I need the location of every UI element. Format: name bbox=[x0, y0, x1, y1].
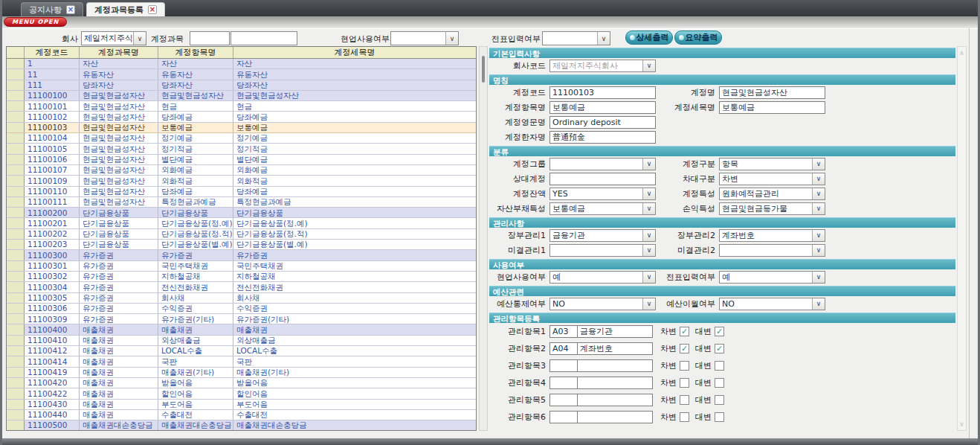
credit-checkbox[interactable] bbox=[715, 378, 724, 388]
table-row[interactable]: 11100420매출채권받을어음받을어음 bbox=[7, 378, 476, 388]
panel-scrollbar[interactable]: ∧ ∨ bbox=[957, 46, 967, 431]
table-row[interactable]: 11100102현금및현금성자산당좌예금당좌예금 bbox=[7, 112, 476, 122]
table-row[interactable]: 11100412매출채권LOCAL수출LOCAL수출 bbox=[7, 346, 476, 356]
summary-print-button[interactable]: 요약출력 bbox=[674, 31, 722, 45]
chevron-down-icon[interactable]: ∨ bbox=[642, 245, 655, 256]
chevron-down-icon[interactable]: ∨ bbox=[133, 32, 146, 45]
budget-control-yn-select[interactable]: NO∨ bbox=[549, 298, 656, 310]
management-item-1-name-field[interactable] bbox=[578, 325, 653, 338]
table-row[interactable]: 11100304유가증권전신전화채권전신전화채권 bbox=[7, 282, 476, 292]
table-row[interactable]: 11100419매출채권매출채권(기타)매출채권(기타) bbox=[7, 368, 476, 378]
management-item-5-code-field[interactable] bbox=[549, 394, 578, 406]
account-name-field[interactable] bbox=[719, 86, 825, 99]
account-item-name-field[interactable] bbox=[549, 101, 656, 114]
table-row[interactable]: 11100301유가증권국민주택채권국민주택채권 bbox=[7, 261, 476, 272]
chevron-down-icon[interactable]: ∨ bbox=[597, 32, 610, 45]
debit-checkbox[interactable]: ✓ bbox=[680, 344, 689, 353]
debit-checkbox[interactable] bbox=[680, 395, 689, 405]
chevron-down-icon[interactable]: ∨ bbox=[445, 32, 458, 45]
table-row[interactable]: 111당좌자산당좌자산당좌자산 bbox=[7, 80, 476, 91]
table-row[interactable]: 11100422매출채권할인어음할인어음 bbox=[7, 388, 476, 399]
table-row[interactable]: 11100410매출채권외상매출금외상매출금 bbox=[7, 336, 476, 346]
account-hanja-name-field[interactable] bbox=[549, 131, 656, 144]
table-row[interactable]: 11100110현금및현금성자산당좌예금당좌예금 bbox=[7, 187, 476, 197]
account-code-field[interactable] bbox=[549, 86, 656, 99]
credit-checkbox[interactable]: ✓ bbox=[715, 327, 724, 336]
chevron-down-icon[interactable]: ∨ bbox=[642, 60, 655, 71]
slip-entry-yn-select[interactable]: 예∨ bbox=[719, 271, 825, 284]
ledger-mgmt-1-select[interactable]: 금융기관∨ bbox=[549, 229, 656, 242]
management-item-6-code-field[interactable] bbox=[549, 411, 578, 423]
chevron-down-icon[interactable]: ∨ bbox=[642, 159, 655, 170]
table-row[interactable]: 11100500매출채권대손충당금매출채권대손충당금매출채권대손충당금 bbox=[7, 420, 476, 430]
chevron-down-icon[interactable]: ∨ bbox=[642, 203, 655, 214]
table-row[interactable]: 11유동자산유동자산유동자산 bbox=[7, 69, 476, 80]
chevron-down-icon[interactable]: ∨ bbox=[812, 173, 825, 185]
table-row[interactable]: 11100109현금및현금성자산외화적금외화적금 bbox=[7, 176, 476, 186]
credit-checkbox[interactable] bbox=[715, 361, 724, 371]
management-item-1-code-field[interactable] bbox=[549, 325, 578, 338]
account-division-select[interactable]: 항목∨ bbox=[719, 158, 825, 170]
management-item-3-name-field[interactable] bbox=[578, 359, 653, 372]
table-row[interactable]: 11100302유가증권지하철공채지하철공채 bbox=[7, 272, 476, 282]
table-row[interactable]: 11100309유가증권유가증권(기타)유가증권(기타) bbox=[7, 314, 476, 324]
debit-credit-division-select[interactable]: 차변∨ bbox=[719, 173, 825, 185]
table-row[interactable]: 11100104현금및현금성자산정기예금정기예금 bbox=[7, 133, 476, 144]
management-item-3-code-field[interactable] bbox=[549, 359, 578, 372]
chevron-down-icon[interactable]: ∨ bbox=[812, 188, 825, 199]
management-item-2-code-field[interactable] bbox=[549, 342, 578, 355]
management-item-4-code-field[interactable] bbox=[549, 377, 578, 389]
table-row[interactable]: 11100306유가증권수익증권수익증권 bbox=[7, 304, 476, 314]
chevron-down-icon[interactable]: ∨ bbox=[642, 230, 655, 241]
table-row[interactable]: 11100400매출채권매출채권매출채권 bbox=[7, 324, 476, 335]
pending-mgmt-1-select[interactable]: ∨ bbox=[549, 244, 656, 257]
credit-checkbox[interactable]: ✓ bbox=[715, 344, 724, 353]
detail-print-button[interactable]: 상세출력 bbox=[625, 31, 673, 45]
table-row[interactable]: 11100103현금및현금성자산보통예금보통예금 bbox=[7, 123, 476, 133]
credit-checkbox[interactable] bbox=[715, 412, 724, 422]
credit-checkbox[interactable] bbox=[715, 395, 724, 405]
slip-entry-filter-select[interactable]: ∨ bbox=[542, 31, 610, 45]
chevron-down-icon[interactable]: ∨ bbox=[812, 159, 825, 170]
counter-account-field[interactable] bbox=[549, 173, 656, 185]
table-row[interactable]: 11100105현금및현금성자산정기적금정기적금 bbox=[7, 144, 476, 154]
account-balance-select[interactable]: YES∨ bbox=[549, 188, 656, 200]
budget-carryover-yn-select[interactable]: NO∨ bbox=[719, 298, 825, 310]
ledger-mgmt-2-select[interactable]: 계좌번호∨ bbox=[719, 229, 825, 242]
table-row[interactable]: 11100200단기금융상품단기금융상품단기금융상품 bbox=[7, 208, 476, 218]
table-row[interactable]: 11100107현금및현금성자산외화예금외화예금 bbox=[7, 165, 476, 176]
asset-liability-character-select[interactable]: 보통예금∨ bbox=[549, 202, 656, 215]
table-row[interactable]: 11100414매출채권국판국판 bbox=[7, 356, 476, 367]
debit-checkbox[interactable]: ✓ bbox=[680, 327, 689, 336]
management-item-5-name-field[interactable] bbox=[578, 394, 653, 406]
table-row[interactable]: 11100305유가증권회사채회사채 bbox=[7, 293, 476, 304]
debit-checkbox[interactable] bbox=[680, 361, 689, 371]
chevron-down-icon[interactable]: ∨ bbox=[642, 188, 655, 199]
chevron-down-icon[interactable]: ∨ bbox=[642, 298, 655, 310]
table-row[interactable]: 11100106현금및현금성자산별단예금별단예금 bbox=[7, 155, 476, 165]
table-row[interactable]: 11100440매출채권수출대전수출대전 bbox=[7, 410, 476, 420]
chevron-down-icon[interactable]: ∨ bbox=[642, 272, 655, 283]
table-row[interactable]: 11100300유가증권유가증권유가증권 bbox=[7, 250, 476, 260]
table-row[interactable]: 11100203단기금융상품단기금융상품(별.예)단기금융상품(별.예) bbox=[7, 240, 476, 250]
account-group-select[interactable]: ∨ bbox=[549, 158, 656, 170]
table-row[interactable]: 11100202단기금융상품단기금융상품(정.적)단기금융상품(정.적) bbox=[7, 229, 476, 240]
scroll-up-icon[interactable]: ∧ bbox=[958, 49, 966, 57]
chevron-down-icon[interactable]: ∨ bbox=[812, 298, 825, 310]
chevron-down-icon[interactable]: ∨ bbox=[812, 272, 825, 283]
field-use-yn-select[interactable]: 예∨ bbox=[549, 271, 656, 284]
grid-scrollbar[interactable] bbox=[479, 46, 488, 431]
table-row[interactable]: 11100101현금및현금성자산현금현금 bbox=[7, 101, 476, 112]
menu-open-button[interactable]: MENU OPEN bbox=[4, 17, 67, 27]
management-item-6-name-field[interactable] bbox=[578, 411, 653, 423]
pending-mgmt-2-select[interactable]: ∨ bbox=[719, 244, 825, 257]
account-code-filter-input[interactable] bbox=[190, 31, 230, 45]
account-detail-name-field[interactable] bbox=[719, 101, 825, 114]
table-row[interactable]: 11100111현금및현금성자산특정현금과예금특정현금과예금 bbox=[7, 197, 476, 208]
company-select[interactable]: 제일저지주식회사 ∨ bbox=[81, 31, 146, 45]
table-row[interactable]: 11100201단기금융상품단기금융상품(정.예)단기금융상품(정.예) bbox=[7, 218, 476, 228]
scroll-down-icon[interactable]: ∨ bbox=[958, 420, 966, 428]
management-item-4-name-field[interactable] bbox=[578, 377, 653, 389]
account-character-select[interactable]: 원화예적금관리∨ bbox=[719, 188, 825, 200]
account-english-name-field[interactable] bbox=[549, 116, 656, 129]
